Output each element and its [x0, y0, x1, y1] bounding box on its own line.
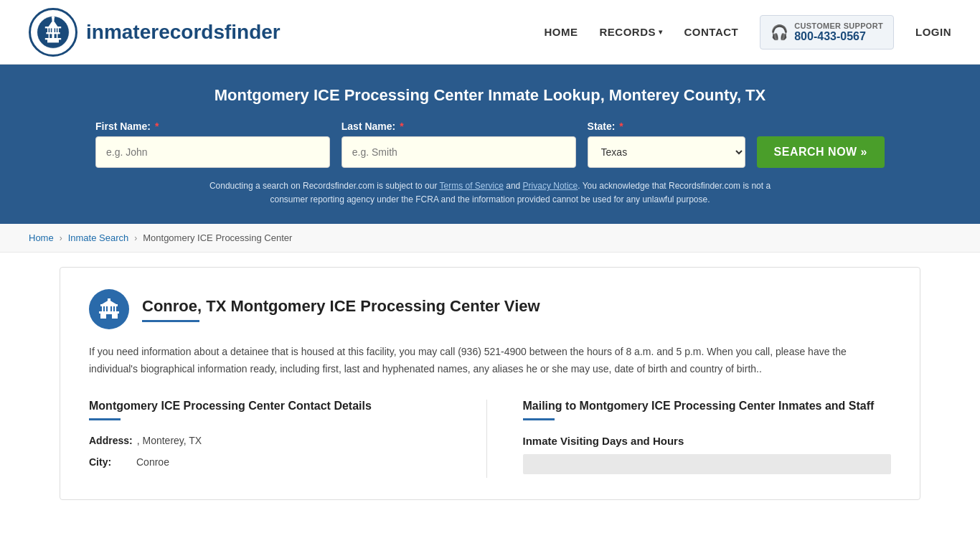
- city-row: City: Conroe: [89, 456, 458, 468]
- hero-section: Montgomery ICE Processing Center Inmate …: [0, 65, 980, 224]
- facility-description: If you need information about a detainee…: [89, 344, 891, 378]
- first-name-group: First Name: *: [95, 121, 330, 168]
- svg-rect-4: [52, 33, 54, 38]
- content-card: Conroe, TX Montgomery ICE Processing Cen…: [60, 267, 920, 500]
- visiting-box: [523, 454, 892, 474]
- svg-rect-25: [108, 298, 110, 301]
- facility-header: Conroe, TX Montgomery ICE Processing Cen…: [89, 289, 891, 329]
- state-label: State: *: [588, 121, 745, 132]
- breadcrumb-separator-1: ›: [60, 233, 62, 243]
- hero-title: Montgomery ICE Processing Center Inmate …: [29, 86, 951, 105]
- svg-rect-3: [49, 33, 50, 38]
- breadcrumb: Home › Inmate Search › Montgomery ICE Pr…: [0, 224, 980, 253]
- breadcrumb-separator-2: ›: [134, 233, 137, 243]
- section-divider: [89, 418, 121, 420]
- last-name-label: Last Name: *: [341, 121, 576, 132]
- logo-text: inmaterecordsfinder: [86, 21, 281, 44]
- svg-rect-23: [100, 304, 118, 306]
- address-label: Address:: [89, 435, 133, 446]
- facility-title: Conroe, TX Montgomery ICE Processing Cen…: [142, 297, 540, 316]
- required-marker: *: [619, 121, 623, 132]
- mailing-col: Mailing to Montgomery ICE Processing Cen…: [516, 400, 892, 478]
- customer-support-box[interactable]: 🎧 CUSTOMER SUPPORT 800-433-0567: [760, 15, 894, 50]
- svg-rect-10: [55, 27, 57, 32]
- required-marker: *: [155, 121, 159, 132]
- state-select[interactable]: Texas Alabama Alaska California Florida …: [588, 136, 745, 168]
- svg-rect-9: [52, 27, 54, 32]
- two-column-layout: Montgomery ICE Processing Center Contact…: [89, 400, 891, 478]
- last-name-input[interactable]: [341, 136, 576, 168]
- logo-area: inmaterecordsfinder: [29, 8, 281, 57]
- svg-rect-26: [106, 314, 112, 319]
- nav-contact[interactable]: CONTACT: [684, 26, 739, 38]
- hero-disclaimer: Conducting a search on Recordsfinder.com…: [196, 179, 784, 207]
- first-name-label: First Name: *: [95, 121, 330, 132]
- support-text: CUSTOMER SUPPORT 800-433-0567: [794, 22, 883, 43]
- nav-home[interactable]: HOME: [544, 26, 578, 38]
- main-nav: HOME RECORDS ▾ CONTACT 🎧 CUSTOMER SUPPOR…: [544, 15, 951, 50]
- column-divider: [486, 400, 487, 478]
- svg-rect-8: [50, 27, 51, 32]
- title-underline: [142, 320, 199, 322]
- svg-rect-22: [115, 306, 116, 312]
- main-content: Conroe, TX Montgomery ICE Processing Cen…: [31, 267, 949, 500]
- svg-point-15: [52, 16, 55, 19]
- tos-link[interactable]: Terms of Service: [440, 181, 504, 191]
- state-group: State: * Texas Alabama Alaska California…: [588, 121, 745, 168]
- svg-rect-19: [105, 306, 106, 312]
- breadcrumb-inmate-search[interactable]: Inmate Search: [68, 232, 129, 243]
- mailing-section-divider: [523, 418, 555, 420]
- svg-rect-18: [102, 306, 103, 312]
- facility-icon: [89, 289, 129, 329]
- chevron-down-icon: ▾: [659, 28, 663, 36]
- login-button[interactable]: LOGIN: [915, 26, 951, 38]
- mailing-section-title: Mailing to Montgomery ICE Processing Cen…: [523, 400, 892, 413]
- city-label: City:: [89, 456, 132, 468]
- headset-icon: 🎧: [771, 24, 788, 41]
- building-icon: [98, 298, 120, 320]
- svg-rect-11: [57, 27, 59, 32]
- address-value: , Monterey, TX: [137, 435, 202, 446]
- first-name-input[interactable]: [95, 136, 330, 168]
- address-row: Address: , Monterey, TX: [89, 435, 458, 446]
- contact-section-title: Montgomery ICE Processing Center Contact…: [89, 400, 458, 413]
- breadcrumb-current: Montgomery ICE Processing Center: [143, 232, 292, 243]
- nav-records[interactable]: RECORDS ▾: [599, 26, 662, 38]
- svg-rect-7: [47, 27, 49, 32]
- search-button[interactable]: SEARCH NOW »: [757, 136, 885, 168]
- search-form: First Name: * Last Name: * State: * Texa…: [95, 121, 885, 168]
- svg-rect-12: [45, 27, 61, 28]
- breadcrumb-home[interactable]: Home: [29, 232, 54, 243]
- privacy-link[interactable]: Privacy Notice: [523, 181, 578, 191]
- last-name-group: Last Name: *: [341, 121, 576, 168]
- visiting-title: Inmate Visiting Days and Hours: [523, 435, 892, 447]
- svg-rect-21: [112, 306, 113, 312]
- logo-icon: [29, 8, 77, 57]
- svg-rect-5: [57, 33, 58, 38]
- facility-title-block: Conroe, TX Montgomery ICE Processing Cen…: [142, 297, 540, 322]
- svg-rect-20: [108, 306, 110, 312]
- required-marker: *: [400, 121, 403, 132]
- city-value: Conroe: [136, 456, 169, 468]
- site-header: inmaterecordsfinder HOME RECORDS ▾ CONTA…: [0, 0, 980, 65]
- contact-details-col: Montgomery ICE Processing Center Contact…: [89, 400, 458, 478]
